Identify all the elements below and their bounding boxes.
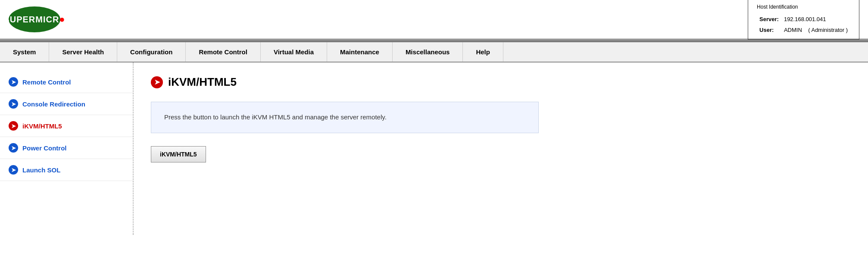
page-title: ➤ iKVM/HTML5 [151,75,851,89]
content-area: ➤ iKVM/HTML5 Press the button to launch … [134,62,868,235]
nav-menu: System Server Health Configuration Remot… [0,42,868,62]
sidebar: ➤ Remote Control ➤ Console Redirection ➤… [0,62,134,235]
sidebar-label-console-redirection: Console Redirection [22,100,85,108]
user-label: User: [757,25,781,35]
nav-item-system[interactable]: System [0,42,49,62]
page-title-text: iKVM/HTML5 [168,75,237,89]
header: SUPERMICR● Host Identification Server: 1… [0,0,868,39]
arrow-icon-remote-control: ➤ [9,77,18,87]
navbar-stripe [0,39,868,42]
info-message: Press the button to launch the iKVM HTML… [164,113,387,121]
sidebar-label-launch-sol: Launch SOL [22,166,60,174]
page-title-icon: ➤ [151,76,163,88]
host-identification-box: Host Identification Server: 192.168.001.… [748,0,859,40]
logo-dot: ● [59,14,65,25]
arrow-icon-console-redirection: ➤ [9,99,18,109]
nav-item-maintenance[interactable]: Maintenance [327,42,393,62]
supermicro-logo: SUPERMICR● [9,6,60,32]
nav-item-server-health[interactable]: Server Health [49,42,117,62]
arrow-icon-ikvm: ➤ [9,121,18,131]
host-id-title: Host Identification [757,3,850,12]
nav-item-miscellaneous[interactable]: Miscellaneous [393,42,463,62]
nav-item-virtual-media[interactable]: Virtual Media [261,42,327,62]
ikvm-html5-launch-button[interactable]: iKVM/HTML5 [151,146,206,162]
nav-item-configuration[interactable]: Configuration [117,42,186,62]
server-label: Server: [757,14,781,25]
arrow-icon-power-control: ➤ [9,143,18,153]
sidebar-item-power-control[interactable]: ➤ Power Control [0,137,133,159]
sidebar-item-launch-sol[interactable]: ➤ Launch SOL [0,159,133,181]
sidebar-label-power-control: Power Control [22,144,67,152]
main-layout: ➤ Remote Control ➤ Console Redirection ➤… [0,62,868,235]
server-value: 192.168.001.041 [781,14,850,25]
sidebar-item-remote-control[interactable]: ➤ Remote Control [0,71,133,93]
user-name: ADMIN [784,27,802,33]
logo-text: SUPERMICR● [3,14,65,25]
sidebar-label-ikvm: iKVM/HTML5 [22,122,62,130]
nav-item-help[interactable]: Help [463,42,503,62]
user-role: ( Administrator ) [808,27,848,33]
sidebar-label-remote-control: Remote Control [22,78,71,86]
host-id-table: Server: 192.168.001.041 User: ADMIN ( Ad… [757,14,850,36]
info-box: Press the button to launch the iKVM HTML… [151,102,539,133]
sidebar-item-ikvm-html5[interactable]: ➤ iKVM/HTML5 [0,115,133,137]
logo-area: SUPERMICR● [9,6,60,32]
sidebar-item-console-redirection[interactable]: ➤ Console Redirection [0,93,133,115]
arrow-icon-launch-sol: ➤ [9,165,18,175]
nav-item-remote-control[interactable]: Remote Control [186,42,261,62]
user-value: ADMIN ( Administrator ) [781,25,850,35]
